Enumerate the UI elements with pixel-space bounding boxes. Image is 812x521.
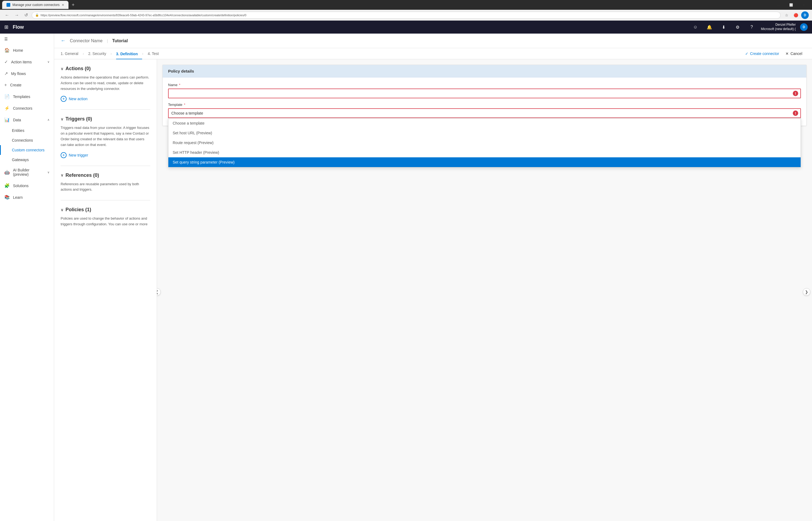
sidebar-label-entities: Entities bbox=[12, 128, 24, 133]
sidebar-item-connections[interactable]: Connections bbox=[0, 135, 54, 145]
action-items-icon: ✓ bbox=[4, 59, 8, 64]
download-button[interactable]: ⬇ bbox=[719, 22, 729, 32]
solutions-icon: 🧩 bbox=[4, 183, 10, 188]
new-tab-btn[interactable]: + bbox=[72, 2, 75, 8]
triggers-description: Triggers read data from your connector. … bbox=[61, 125, 150, 148]
sidebar-item-connectors[interactable]: ⚡ Connectors bbox=[0, 103, 54, 114]
references-section-title: ∨ References (0) bbox=[61, 173, 150, 178]
triggers-chevron-icon[interactable]: ∨ bbox=[61, 117, 63, 121]
user-avatar[interactable]: D bbox=[800, 23, 808, 31]
name-required-indicator: * bbox=[179, 83, 180, 87]
sidebar-item-custom-connectors[interactable]: Custom connectors bbox=[0, 145, 54, 155]
dropdown-option-set-host-url[interactable]: Set host URL (Preview) bbox=[168, 128, 801, 138]
refresh-button[interactable]: ↺ bbox=[23, 12, 29, 19]
cancel-label: Cancel bbox=[790, 51, 802, 56]
new-trigger-button[interactable]: + New trigger bbox=[61, 152, 88, 158]
actions-title-text: Actions (0) bbox=[66, 66, 91, 71]
close-button[interactable]: ✕ bbox=[797, 1, 810, 9]
user-name: Denzel Pfeifer bbox=[761, 23, 796, 27]
sidebar-item-my-flows[interactable]: ↗ My flows bbox=[0, 68, 54, 80]
dropdown-option-set-http-header[interactable]: Set HTTP header (Preview) bbox=[168, 148, 801, 157]
settings-button[interactable]: ⚙ bbox=[733, 22, 742, 32]
option-route-request-label: Route request (Preview) bbox=[173, 140, 214, 145]
browser-controls: ← → ↺ 🔒 https://preview.flow.microsoft.c… bbox=[0, 10, 812, 21]
step-security[interactable]: 2. Security bbox=[88, 51, 111, 56]
minimize-button[interactable]: — bbox=[772, 1, 785, 9]
sidebar-label-connections: Connections bbox=[12, 138, 33, 142]
sidebar-label-ai-builder: AI Builder (preview) bbox=[13, 168, 44, 177]
actions-section: ∨ Actions (0) Actions determine the oper… bbox=[61, 66, 150, 102]
carousel-right-arrow[interactable]: ❯ bbox=[803, 288, 810, 296]
policy-panel-title: Policy details bbox=[168, 69, 194, 73]
sidebar-hamburger[interactable]: ☰ bbox=[0, 33, 54, 44]
new-action-button[interactable]: + New action bbox=[61, 96, 88, 102]
sidebar-label-my-flows: My flows bbox=[11, 71, 26, 76]
profile-button[interactable]: D bbox=[801, 12, 809, 19]
create-connector-action[interactable]: ✓ Create connector bbox=[742, 51, 782, 56]
step-test[interactable]: 4. Test bbox=[148, 51, 163, 56]
sidebar-item-home[interactable]: 🏠 Home bbox=[0, 44, 54, 56]
checkmark-icon: ✓ bbox=[745, 51, 748, 56]
template-required-indicator: * bbox=[184, 103, 185, 107]
sidebar-label-action-items: Action items bbox=[11, 60, 32, 64]
tab-close-btn[interactable]: ✕ bbox=[62, 3, 64, 7]
help-button[interactable]: ? bbox=[747, 22, 757, 32]
browser-tab[interactable]: Manage your custom connectors ✕ bbox=[2, 1, 69, 9]
dropdown-option-choose[interactable]: Choose a template bbox=[168, 118, 801, 128]
address-bar[interactable]: 🔒 https://preview.flow.microsoft.com/man… bbox=[32, 12, 781, 19]
template-field-label: Template * bbox=[168, 103, 801, 107]
sidebar-item-action-items[interactable]: ✓ Action items ∨ bbox=[0, 56, 54, 68]
main-content: ← Connector Name | Tutorial 1. General ›… bbox=[54, 33, 812, 521]
data-icon: 📊 bbox=[4, 117, 10, 122]
sidebar-item-learn[interactable]: 📚 Learn bbox=[0, 191, 54, 203]
dropdown-option-set-query-string[interactable]: Set query string parameter (Preview) bbox=[168, 157, 801, 167]
extensions-button[interactable]: 🔴 bbox=[792, 12, 799, 19]
cancel-x-icon: ✕ bbox=[786, 51, 789, 56]
emoji-button[interactable]: ☺ bbox=[691, 22, 700, 32]
policies-section: ∨ Policies (1) Policies are used to chan… bbox=[61, 207, 150, 227]
step-definition[interactable]: 3. Definition bbox=[116, 52, 142, 59]
carousel-left-arrow[interactable]: ❮ bbox=[157, 288, 161, 296]
actions-chevron-icon[interactable]: ∨ bbox=[61, 67, 63, 71]
template-selected-value: Choose a template bbox=[171, 111, 203, 115]
sidebar-item-solutions[interactable]: 🧩 Solutions bbox=[0, 180, 54, 191]
sidebar-label-custom-connectors: Custom connectors bbox=[12, 148, 45, 152]
name-error-icon: ! bbox=[793, 91, 798, 96]
dropdown-option-route-request[interactable]: Route request (Preview) bbox=[168, 138, 801, 148]
back-button[interactable]: ← bbox=[3, 12, 11, 19]
step-separator-1: › bbox=[82, 51, 84, 56]
new-trigger-label: New trigger bbox=[69, 153, 88, 157]
plus-circle-icon: + bbox=[61, 96, 67, 102]
maximize-button[interactable]: ⬜ bbox=[785, 1, 797, 9]
sidebar-item-entities[interactable]: Entities bbox=[0, 126, 54, 135]
name-input[interactable] bbox=[168, 89, 801, 98]
policies-chevron-icon[interactable]: ∨ bbox=[61, 208, 63, 212]
step-separator-2: › bbox=[111, 51, 112, 56]
sidebar-item-templates[interactable]: 📄 Templates bbox=[0, 91, 54, 103]
name-field-label: Name * bbox=[168, 83, 801, 87]
sidebar-label-data: Data bbox=[13, 118, 21, 122]
name-label-text: Name bbox=[168, 83, 177, 87]
sidebar-item-create[interactable]: + Create bbox=[0, 80, 54, 91]
references-chevron-icon[interactable]: ∨ bbox=[61, 173, 63, 177]
waffle-menu-icon[interactable]: ⊞ bbox=[4, 24, 8, 30]
learn-icon: 📚 bbox=[4, 195, 10, 200]
forward-button[interactable]: → bbox=[13, 12, 21, 19]
sidebar-item-data[interactable]: 📊 Data ∧ bbox=[0, 114, 54, 126]
step-general[interactable]: 1. General bbox=[61, 51, 82, 56]
ai-builder-icon: 🤖 bbox=[4, 170, 10, 175]
option-choose-label: Choose a template bbox=[173, 121, 205, 126]
favorites-button[interactable]: ☆ bbox=[783, 12, 790, 19]
cancel-action[interactable]: ✕ Cancel bbox=[782, 51, 806, 56]
notifications-button[interactable]: 🔔 bbox=[704, 22, 714, 32]
sidebar-item-gateways[interactable]: Gateways bbox=[0, 155, 54, 165]
template-dropdown-selected[interactable]: Choose a template bbox=[168, 108, 801, 118]
references-section: ∨ References (0) References are reusable… bbox=[61, 173, 150, 193]
back-navigation-button[interactable]: ← bbox=[61, 38, 66, 44]
connectors-icon: ⚡ bbox=[4, 106, 10, 111]
sidebar-label-gateways: Gateways bbox=[12, 158, 29, 162]
sidebar-item-ai-builder[interactable]: 🤖 AI Builder (preview) ∨ bbox=[0, 165, 54, 180]
steps-navigation: 1. General › 2. Security › 3. Definition… bbox=[54, 48, 812, 59]
actions-description: Actions determine the operations that us… bbox=[61, 75, 150, 92]
option-set-query-string-label: Set query string parameter (Preview) bbox=[173, 160, 235, 164]
